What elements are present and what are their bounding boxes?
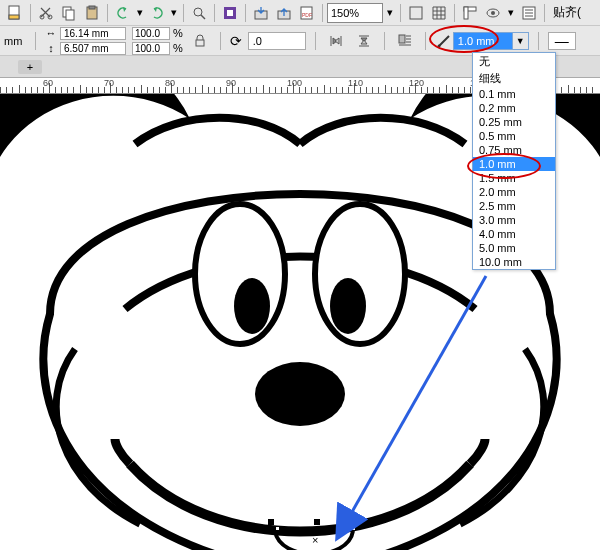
dim-scale-block: % % <box>132 27 183 55</box>
new-doc-button[interactable] <box>4 2 26 24</box>
height-input[interactable] <box>60 42 126 55</box>
svg-rect-16 <box>464 7 468 19</box>
search-button[interactable] <box>188 2 210 24</box>
grid-button[interactable] <box>428 2 450 24</box>
ruler-tick-label: 90 <box>226 78 236 88</box>
outline-width-option[interactable]: 细线 <box>473 70 555 87</box>
zoom-input[interactable] <box>327 3 383 23</box>
separator <box>183 4 184 22</box>
cut-button[interactable] <box>35 2 57 24</box>
export-button[interactable] <box>273 2 295 24</box>
outline-pen-icon <box>435 30 453 52</box>
height-icon: ↕ <box>45 42 57 54</box>
options-button[interactable] <box>518 2 540 24</box>
separator <box>384 32 385 50</box>
outline-width-option[interactable]: 3.0 mm <box>473 213 555 227</box>
outline-width-option[interactable]: 10.0 mm <box>473 255 555 269</box>
outline-width-option[interactable]: 4.0 mm <box>473 227 555 241</box>
width-icon: ↔ <box>45 27 57 39</box>
view-button[interactable] <box>482 2 504 24</box>
outline-width-option[interactable]: 0.1 mm <box>473 87 555 101</box>
width-input[interactable] <box>60 27 126 40</box>
svg-text:PDF: PDF <box>302 12 312 18</box>
line-style-select[interactable]: — <box>548 32 576 50</box>
separator <box>245 4 246 22</box>
svg-rect-7 <box>89 6 95 9</box>
separator <box>400 4 401 22</box>
svg-point-27 <box>255 362 345 426</box>
svg-point-18 <box>491 11 495 15</box>
snap-menu[interactable]: 贴齐( <box>549 4 585 21</box>
scaley-input[interactable] <box>132 42 170 55</box>
redo-dropdown[interactable]: ▾ <box>169 2 179 24</box>
mirror-h-button[interactable] <box>325 30 347 52</box>
lock-ratio-button[interactable] <box>189 30 211 52</box>
percent-label: % <box>173 42 183 54</box>
copy-button[interactable] <box>58 2 80 24</box>
svg-point-26 <box>330 278 366 334</box>
outline-width-option[interactable]: 无 <box>473 53 555 70</box>
ruler-tick-label: 80 <box>165 78 175 88</box>
svg-rect-5 <box>66 10 74 20</box>
undo-dropdown[interactable]: ▾ <box>135 2 145 24</box>
outline-width-dropdown-button[interactable]: ▼ <box>513 32 529 50</box>
svg-rect-14 <box>410 7 422 19</box>
separator <box>454 4 455 22</box>
outline-width-dropdown: 无细线0.1 mm0.2 mm0.25 mm0.5 mm0.75 mm1.0 m… <box>472 52 556 270</box>
svg-rect-20 <box>196 40 204 46</box>
separator <box>107 4 108 22</box>
outline-width-option[interactable]: 0.2 mm <box>473 101 555 115</box>
outline-width-container: ▼ <box>435 30 529 52</box>
fullscreen-button[interactable] <box>405 2 427 24</box>
svg-point-22 <box>437 44 440 47</box>
separator <box>214 4 215 22</box>
rotate-input[interactable] <box>248 32 306 50</box>
dim-size-block: ↔ ↕ <box>45 27 126 55</box>
outline-width-option[interactable]: 2.0 mm <box>473 185 555 199</box>
rotate-icon: ⟳ <box>230 33 242 49</box>
outline-width-option[interactable]: 2.5 mm <box>473 199 555 213</box>
app-launch-button[interactable] <box>219 2 241 24</box>
separator <box>544 4 545 22</box>
ruler-tick-label: 70 <box>104 78 114 88</box>
toolbar-main: ▾ ▾ PDF ▾ ▾ 贴齐( <box>0 0 600 26</box>
separator <box>538 32 539 50</box>
redo-button[interactable] <box>146 2 168 24</box>
outline-width-option[interactable]: 5.0 mm <box>473 241 555 255</box>
import-button[interactable] <box>250 2 272 24</box>
unit-label: mm <box>4 35 26 47</box>
separator <box>322 4 323 22</box>
separator <box>220 32 221 50</box>
zoom-dropdown[interactable]: ▾ <box>384 2 396 24</box>
svg-rect-21 <box>399 35 405 43</box>
svg-point-8 <box>194 8 202 16</box>
mirror-v-button[interactable] <box>353 30 375 52</box>
outline-width-input[interactable] <box>453 32 513 50</box>
paste-button[interactable] <box>81 2 103 24</box>
add-tab-button[interactable]: + <box>18 60 42 74</box>
wrap-text-button[interactable] <box>394 30 416 52</box>
svg-rect-1 <box>9 15 19 19</box>
separator <box>425 32 426 50</box>
view2-button[interactable]: ▾ <box>505 2 517 24</box>
outline-width-option[interactable]: 1.0 mm <box>473 157 555 171</box>
export-pdf-button[interactable]: PDF <box>296 2 318 24</box>
scalex-input[interactable] <box>132 27 170 40</box>
outline-width-option[interactable]: 0.25 mm <box>473 115 555 129</box>
ruler-tick-label: 60 <box>43 78 53 88</box>
separator <box>315 32 316 50</box>
percent-label: % <box>173 27 183 39</box>
rulers-button[interactable] <box>459 2 481 24</box>
separator <box>30 4 31 22</box>
svg-point-25 <box>234 278 270 334</box>
outline-width-option[interactable]: 0.5 mm <box>473 129 555 143</box>
undo-button[interactable] <box>112 2 134 24</box>
separator <box>35 32 36 50</box>
